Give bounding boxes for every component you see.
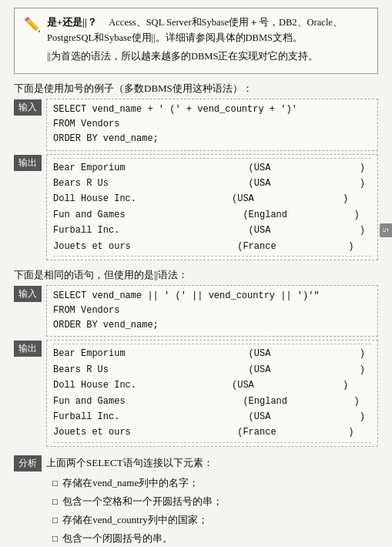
input1-label: 输入 [14, 99, 42, 116]
output2-table: Bear Emporium (USA ) Bears R Us (USA ) D… [46, 340, 378, 446]
input1-block: 输入 SELECT vend_name + ' (' + vend_countr… [14, 99, 378, 151]
input2-label: 输入 [14, 286, 42, 302]
output2-block: 输出 Bear Emporium (USA ) Bears R Us (USA … [14, 340, 378, 446]
input2-code: SELECT vend_name || ' (' || vend_country… [46, 285, 378, 337]
right-tab: 5 [380, 223, 392, 237]
input1-code: SELECT vend_name + ' (' + vend_country +… [46, 99, 378, 151]
note-content: 是+还是||？ Access、SQL Server和Sybase使用＋号，DB2… [47, 15, 368, 67]
table-row: Doll House Inc. (USA ) [53, 191, 371, 206]
section2-heading: 下面是相同的语句，但使用的是||语法： [14, 268, 378, 282]
note-title: 是+还是||？ [47, 17, 97, 28]
note-body2: ||为首选的语法，所以越来越多的DBMS正在实现对它的支持。 [47, 49, 368, 64]
table-row: Bears R Us (USA ) [53, 362, 371, 378]
list-item: 包含一个空格和一个开圆括号的串； [52, 493, 378, 510]
table-row: Bear Emporium (USA ) [53, 160, 371, 176]
list-item: 包含一个闭圆括号的串。 [52, 530, 378, 547]
list-item-text: 存储在vend_country列中的国家； [62, 512, 207, 529]
table-row: Fun and Games (England ) [53, 394, 371, 409]
list-item-text: 存储在vend_name列中的名字； [62, 475, 199, 492]
input2-block: 输入 SELECT vend_name || ' (' || vend_coun… [14, 285, 378, 337]
table-row: Bears R Us (USA ) [53, 176, 371, 191]
table-row: Furball Inc. (USA ) [53, 409, 371, 425]
analysis-label: 分析 [14, 455, 42, 471]
table-row: Bear Emporium (USA ) [53, 346, 371, 361]
table-row: Jouets et ours (France ) [53, 239, 371, 254]
analysis-block: 分析 上面两个SELECT语句连接以下元素： 存储在vend_name列中的名字… [14, 455, 378, 547]
pencil-icon: ✏️ [24, 16, 41, 33]
table-row: Furball Inc. (USA ) [53, 223, 371, 238]
list-item: 存储在vend_country列中的国家； [52, 512, 378, 529]
table-row: Jouets et ours (France ) [53, 425, 371, 440]
section1-heading: 下面是使用加号的例子（多数DBMS使用这种语法）： [14, 82, 378, 96]
table-row: Doll House Inc. (USA ) [53, 378, 371, 393]
note-box: ✏️ 是+还是||？ Access、SQL Server和Sybase使用＋号，… [14, 8, 378, 74]
analysis-intro: 上面两个SELECT语句连接以下元素： [46, 455, 378, 471]
list-item-text: 包含一个闭圆括号的串。 [62, 530, 173, 547]
output1-block: 输出 Bear Emporium (USA ) Bears R Us (USA … [14, 154, 378, 260]
output2-label: 输出 [14, 341, 42, 357]
analysis-list: 存储在vend_name列中的名字； 包含一个空格和一个开圆括号的串； 存储在v… [46, 475, 378, 547]
analysis-content: 上面两个SELECT语句连接以下元素： 存储在vend_name列中的名字； 包… [46, 455, 378, 547]
table-row: Fun and Games (England ) [53, 207, 371, 223]
page: ✏️ 是+还是||？ Access、SQL Server和Sybase使用＋号，… [0, 0, 392, 547]
list-item-text: 包含一个空格和一个开圆括号的串； [62, 493, 223, 510]
output1-table: Bear Emporium (USA ) Bears R Us (USA ) D… [46, 154, 378, 260]
output1-label: 输出 [14, 155, 42, 171]
list-item: 存储在vend_name列中的名字； [52, 475, 378, 492]
